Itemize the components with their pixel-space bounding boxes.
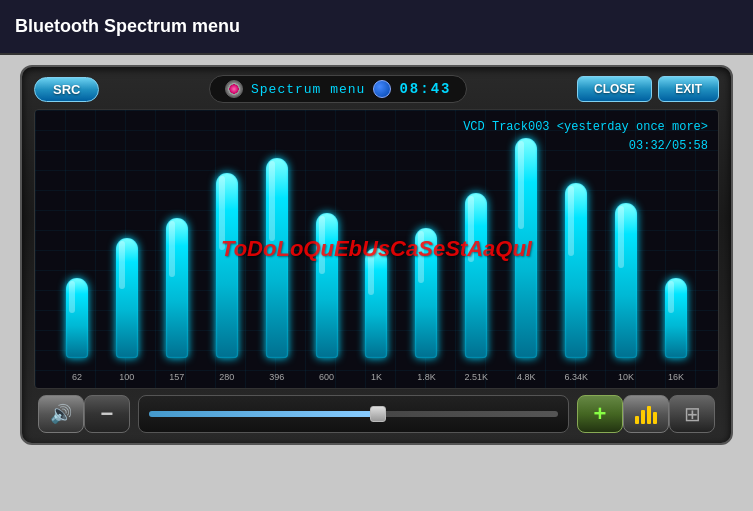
bars-container [35,158,718,358]
bar-wrapper [105,238,149,358]
spectrum-bar [216,173,238,358]
volume-button[interactable]: 🔊 [38,395,84,433]
page-title: Bluetooth Spectrum menu [15,16,240,37]
globe-icon [373,80,391,98]
bar-wrapper [355,248,399,358]
track-info: VCD Track003 <yesterday once more> 03:32… [463,118,708,156]
freq-label: 1K [355,372,399,382]
bar-wrapper [155,218,199,358]
settings-button[interactable]: ⊞ [669,395,715,433]
freq-label: 6.34K [554,372,598,382]
spectrum-bar [665,278,687,358]
slider-thumb [370,406,386,422]
spectrum-bar [415,228,437,358]
spectrum-bar [365,248,387,358]
bar-wrapper [604,203,648,358]
freq-label: 1.8K [404,372,448,382]
freq-label: 2.51K [454,372,498,382]
freq-label: 10K [604,372,648,382]
close-button[interactable]: CLOSE [577,76,652,102]
spectrum-bar [615,203,637,358]
slider-fill [149,411,374,417]
minus-icon: − [101,401,114,427]
bar-wrapper [255,158,299,358]
src-button[interactable]: SRC [34,77,99,102]
freq-labels: 621001572803966001K1.8K2.51K4.8K6.34K10K… [35,372,718,382]
spectrum-bar [465,193,487,358]
volume-icon: 🔊 [50,403,72,425]
freq-label: 4.8K [504,372,548,382]
bar-wrapper [504,138,548,358]
minus-button[interactable]: − [84,395,130,433]
spectrum-label: Spectrum menu [251,82,365,97]
plus-button[interactable]: + [577,395,623,433]
time-display: 08:43 [399,81,451,97]
center-display: Spectrum menu 08:43 [209,75,467,103]
spectrum-bar [166,218,188,358]
bar-wrapper [205,173,249,358]
freq-label: 62 [55,372,99,382]
freq-label: 600 [305,372,349,382]
bar-wrapper [654,278,698,358]
freq-label: 280 [205,372,249,382]
device-container: SRC Spectrum menu 08:43 CLOSE EXIT VCD T… [20,65,733,445]
spectrum-bar [116,238,138,358]
slider-track [149,411,558,417]
cd-icon [225,80,243,98]
track-line1: VCD Track003 <yesterday once more> [463,118,708,137]
settings-icon: ⊞ [684,402,701,426]
spectrum-bar [266,158,288,358]
title-bar: Bluetooth Spectrum menu [0,0,753,55]
plus-icon: + [594,401,607,427]
bottom-controls: 🔊 − + ⊞ [34,395,719,433]
bar-wrapper [554,183,598,358]
top-bar: SRC Spectrum menu 08:43 CLOSE EXIT [34,75,719,103]
bar-wrapper [454,193,498,358]
freq-label: 100 [105,372,149,382]
spectrum-bar [66,278,88,358]
exit-button[interactable]: EXIT [658,76,719,102]
spectrum-bar [565,183,587,358]
track-line2: 03:32/05:58 [463,137,708,156]
bar-wrapper [404,228,448,358]
freq-label: 396 [255,372,299,382]
freq-label: 16K [654,372,698,382]
bar-chart-icon [635,404,657,424]
spectrum-bar [515,138,537,358]
spectrum-area: VCD Track003 <yesterday once more> 03:32… [34,109,719,389]
freq-label: 157 [155,372,199,382]
bar-wrapper [305,213,349,358]
bar-wrapper [55,278,99,358]
bar-chart-button[interactable] [623,395,669,433]
slider-container[interactable] [138,395,569,433]
spectrum-bar [316,213,338,358]
right-buttons: CLOSE EXIT [577,76,719,102]
